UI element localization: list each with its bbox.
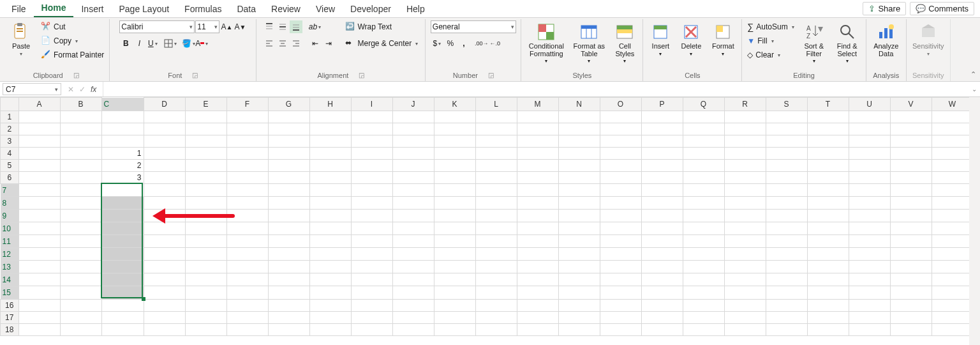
cell-O12[interactable] [600, 248, 641, 261]
decrease-indent-button[interactable]: ⇤ [309, 37, 322, 50]
increase-font-button[interactable]: A▲ [220, 20, 233, 33]
cell-W1[interactable] [932, 111, 973, 123]
cell-U1[interactable] [849, 111, 890, 123]
clear-button[interactable]: ◇Clear [746, 49, 795, 61]
row-header-4[interactable]: 4 [1, 147, 19, 159]
cell-H16[interactable] [309, 299, 351, 311]
cell-H8[interactable] [309, 197, 351, 210]
cell-D14[interactable] [144, 273, 185, 286]
cell-V2[interactable] [890, 123, 932, 135]
row-header-11[interactable]: 11 [1, 235, 19, 248]
cell-L10[interactable] [475, 222, 517, 235]
tab-formulas[interactable]: Formulas [177, 1, 229, 17]
cell-G9[interactable] [268, 210, 309, 222]
cell-A1[interactable] [19, 111, 60, 123]
cell-B8[interactable] [60, 197, 101, 210]
cell-E1[interactable] [185, 111, 226, 123]
tab-page-layout[interactable]: Page Layout [111, 1, 177, 17]
percent-format-button[interactable]: % [444, 37, 457, 50]
cell-L15[interactable] [475, 286, 517, 300]
cell-F10[interactable] [226, 222, 268, 235]
cell-W17[interactable] [932, 311, 973, 323]
cell-C15[interactable] [101, 286, 144, 300]
cell-L11[interactable] [475, 235, 517, 248]
col-header-K[interactable]: K [434, 98, 475, 111]
cell-A14[interactable] [19, 273, 60, 286]
cell-N11[interactable] [558, 235, 600, 248]
cell-K15[interactable] [434, 286, 475, 300]
cell-C3[interactable] [101, 135, 144, 147]
cell-M7[interactable] [517, 183, 558, 197]
cell-A11[interactable] [19, 235, 60, 248]
cell-N14[interactable] [558, 273, 600, 286]
cell-I15[interactable] [351, 286, 392, 300]
cell-A13[interactable] [19, 261, 60, 273]
cell-P9[interactable] [641, 210, 683, 222]
enter-formula-button[interactable]: ✓ [79, 85, 85, 94]
cell-B2[interactable] [60, 123, 101, 135]
cell-D1[interactable] [144, 111, 185, 123]
cell-E2[interactable] [185, 123, 226, 135]
cell-J9[interactable] [392, 210, 434, 222]
cell-K13[interactable] [434, 261, 475, 273]
col-header-I[interactable]: I [351, 98, 392, 111]
cell-L8[interactable] [475, 197, 517, 210]
cell-H1[interactable] [309, 111, 351, 123]
cell-A10[interactable] [19, 222, 60, 235]
cell-G7[interactable] [268, 183, 309, 197]
align-center-button[interactable] [276, 37, 289, 50]
col-header-C[interactable]: C [102, 98, 144, 111]
cell-F5[interactable] [226, 159, 268, 171]
cell-T12[interactable] [807, 248, 849, 261]
cell-S3[interactable] [766, 135, 807, 147]
cell-D16[interactable] [144, 299, 185, 311]
cell-B14[interactable] [60, 273, 101, 286]
cell-L5[interactable] [475, 159, 517, 171]
cell-A9[interactable] [19, 210, 60, 222]
cell-C5[interactable]: 2 [101, 159, 144, 171]
cell-O11[interactable] [600, 235, 641, 248]
col-header-G[interactable]: G [268, 98, 309, 111]
cell-L4[interactable] [475, 147, 517, 159]
cell-H11[interactable] [309, 235, 351, 248]
cell-G2[interactable] [268, 123, 309, 135]
cell-O15[interactable] [600, 286, 641, 300]
number-format-select[interactable]: General▾ [431, 20, 516, 33]
cell-N18[interactable] [558, 323, 600, 335]
cell-R2[interactable] [724, 123, 766, 135]
cell-B18[interactable] [60, 323, 101, 335]
sensitivity-button[interactable]: Sensitivity▾ [910, 20, 946, 57]
cell-N6[interactable] [558, 171, 600, 183]
cell-B13[interactable] [60, 261, 101, 273]
italic-button[interactable]: I [133, 37, 145, 50]
cell-H17[interactable] [309, 311, 351, 323]
cell-B3[interactable] [60, 135, 101, 147]
paste-button[interactable]: Paste ▾ [6, 20, 36, 57]
cell-H13[interactable] [309, 261, 351, 273]
cell-S4[interactable] [766, 147, 807, 159]
cell-U2[interactable] [849, 123, 890, 135]
bold-button[interactable]: B [119, 37, 132, 50]
cell-D7[interactable] [144, 183, 185, 197]
cell-J16[interactable] [392, 299, 434, 311]
cell-Q8[interactable] [683, 197, 724, 210]
cell-W13[interactable] [932, 261, 973, 273]
cell-A6[interactable] [19, 171, 60, 183]
cell-U17[interactable] [849, 311, 890, 323]
cell-Q3[interactable] [683, 135, 724, 147]
row-header-18[interactable]: 18 [1, 323, 19, 335]
cell-O4[interactable] [600, 147, 641, 159]
font-color-button[interactable]: A [195, 37, 208, 50]
cell-I11[interactable] [351, 235, 392, 248]
cell-S5[interactable] [766, 159, 807, 171]
cell-T15[interactable] [807, 286, 849, 300]
align-left-button[interactable] [263, 37, 276, 50]
find-select-button[interactable]: Find & Select▾ [833, 20, 862, 64]
row-header-1[interactable]: 1 [1, 111, 19, 123]
cell-M5[interactable] [517, 159, 558, 171]
tab-home[interactable]: Home [34, 0, 74, 17]
cell-Q10[interactable] [683, 222, 724, 235]
cell-W16[interactable] [932, 299, 973, 311]
cell-D2[interactable] [144, 123, 185, 135]
cell-V11[interactable] [890, 235, 932, 248]
